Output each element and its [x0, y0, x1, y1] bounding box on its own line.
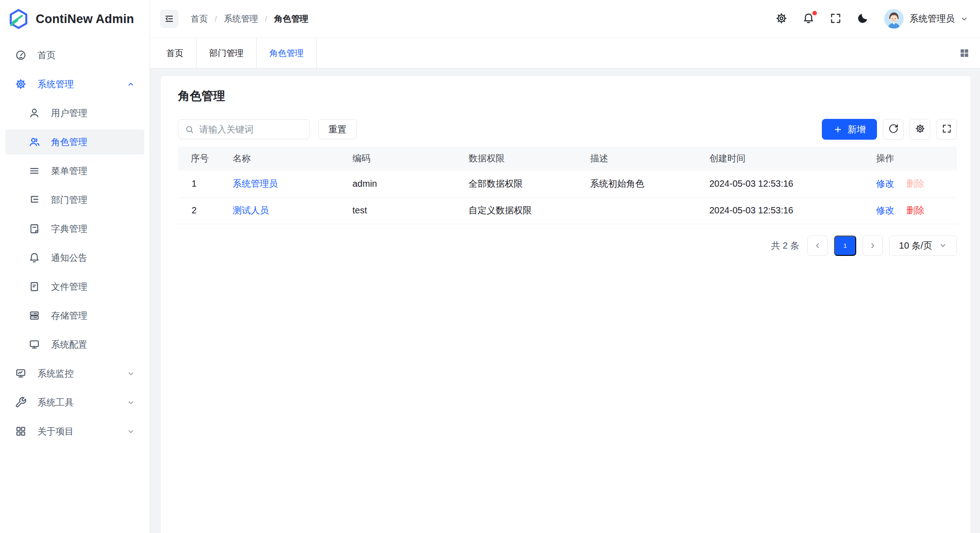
sidebar-item-label: 部门管理 [51, 194, 87, 206]
sidebar-item-menu-management[interactable]: 菜单管理 [5, 158, 144, 184]
sidebar-item-role-management[interactable]: 角色管理 [5, 129, 144, 155]
reset-button[interactable]: 重置 [318, 119, 357, 139]
top-header: 首页/系统管理/角色管理 [150, 0, 980, 38]
edit-link[interactable]: 修改 [876, 205, 894, 215]
sidebar-item-label: 字典管理 [51, 223, 87, 235]
storage-icon [28, 310, 40, 321]
tab-grid-button[interactable] [959, 47, 970, 59]
sidebar-item-label: 关于项目 [38, 425, 74, 438]
cell-role-code: admin [345, 170, 461, 197]
chevron-down-icon [939, 241, 947, 250]
sidebar-collapse-button[interactable] [160, 9, 178, 28]
chevron-down-icon [960, 15, 968, 23]
toolbar-icon-buttons [883, 119, 957, 140]
cell-description: 系统初始角色 [583, 170, 702, 197]
fullscreen-icon [830, 12, 842, 26]
user-menu[interactable]: 系统管理员 [884, 9, 968, 29]
sidebar-item-user-management[interactable]: 用户管理 [5, 100, 144, 126]
page-size-value: 10 条/页 [899, 240, 932, 252]
sidebar-item-label: 系统管理 [38, 78, 74, 90]
cell-created-at: 2024-05-03 12:53:16 [702, 197, 869, 224]
sidebar-item-system-monitor[interactable]: 系统监控 [5, 361, 144, 386]
notifications-button[interactable] [802, 12, 815, 26]
app-root: ContiNew Admin 首页 系统管理 用户管理 角色管理 菜单管理 部门… [0, 0, 980, 533]
file-icon [28, 281, 40, 292]
sidebar-item-dict-management[interactable]: 字典管理 [5, 216, 144, 241]
table-body: 1系统管理员admin全部数据权限系统初始角色2024-05-03 12:53:… [178, 170, 957, 224]
column-header: 数据权限 [461, 146, 583, 170]
breadcrumb-separator: / [265, 14, 267, 24]
user-group-icon [28, 136, 40, 148]
fullscreen-button[interactable] [830, 12, 842, 26]
app-logo-icon [8, 8, 29, 30]
chevron-down [127, 369, 135, 378]
settings-button[interactable] [775, 12, 788, 26]
role-table: 序号名称编码数据权限描述创建时间操作 1系统管理员admin全部数据权限系统初始… [178, 146, 957, 224]
column-header: 编码 [345, 146, 461, 170]
pagination-total: 共 2 条 [771, 240, 799, 252]
sidebar-item-label: 首页 [38, 49, 56, 61]
gear-icon [915, 123, 925, 135]
add-button[interactable]: 新增 [822, 119, 877, 140]
cell-role-code: test [345, 197, 461, 224]
grid-filled-icon [959, 47, 970, 59]
sidebar-item-label: 系统配置 [51, 339, 87, 351]
sidebar-menu: 首页 系统管理 用户管理 角色管理 菜单管理 部门管理 字典管理 通知公告 文件… [0, 38, 150, 444]
sidebar-item-dept-management[interactable]: 部门管理 [5, 187, 144, 212]
sidebar-item-file-management[interactable]: 文件管理 [5, 274, 144, 299]
tabs: 首页部门管理角色管理 [154, 38, 317, 68]
sidebar-item-about-project[interactable]: 关于项目 [5, 419, 144, 444]
monitor-chart-icon [15, 368, 27, 379]
table-fullscreen-button[interactable] [936, 119, 957, 140]
edit-link[interactable]: 修改 [876, 179, 894, 189]
refresh-button[interactable] [883, 119, 904, 140]
tab-home[interactable]: 首页 [154, 38, 197, 68]
cell-row-index: 1 [178, 170, 225, 197]
search-box[interactable] [178, 119, 310, 139]
tab-dept-management[interactable]: 部门管理 [197, 38, 257, 68]
pagination-prev-button[interactable] [807, 236, 828, 256]
logo-row: ContiNew Admin [0, 0, 150, 38]
page-size-select[interactable]: 10 条/页 [889, 236, 957, 256]
toolbar: 重置 新增 [178, 119, 957, 140]
sidebar-item-label: 用户管理 [51, 107, 87, 119]
chevron-left-icon [813, 241, 822, 250]
role-management-card: 角色管理 重置 新增 [161, 76, 971, 533]
sidebar-item-label: 系统监控 [38, 368, 74, 380]
sidebar-item-system-tools[interactable]: 系统工具 [5, 390, 144, 415]
sidebar-item-system-management[interactable]: 系统管理 [5, 71, 144, 97]
role-name-link[interactable]: 测试人员 [233, 205, 269, 215]
search-input[interactable] [199, 124, 303, 135]
cell-role-name-link: 测试人员 [225, 197, 345, 224]
breadcrumb: 首页/系统管理/角色管理 [191, 13, 309, 25]
sidebar-item-notice[interactable]: 通知公告 [5, 245, 144, 270]
pagination-next-button[interactable] [863, 236, 883, 256]
sidebar-item-label: 通知公告 [51, 252, 87, 264]
sidebar-item-storage-management[interactable]: 存储管理 [5, 303, 144, 328]
cell-row-index: 2 [178, 197, 225, 224]
column-header: 描述 [583, 146, 702, 170]
sidebar: ContiNew Admin 首页 系统管理 用户管理 角色管理 菜单管理 部门… [0, 0, 150, 533]
breadcrumb-item-1[interactable]: 首页 [191, 13, 208, 25]
chevron-down [127, 427, 135, 436]
sidebar-item-label: 角色管理 [51, 136, 87, 148]
breadcrumb-item-2[interactable]: 系统管理 [224, 13, 258, 25]
tab-actions [959, 38, 980, 68]
delete-link[interactable]: 删除 [906, 205, 924, 215]
pagination-page-1[interactable]: 1 [834, 236, 856, 256]
content-area: 角色管理 重置 新增 [150, 69, 980, 533]
column-header: 操作 [869, 146, 957, 170]
cell-description [583, 197, 702, 224]
delete-link-disabled: 删除 [906, 179, 924, 189]
chevron-up [127, 80, 135, 89]
pagination: 共 2 条 1 10 条/页 [178, 236, 957, 256]
dark-mode-button[interactable] [857, 12, 869, 26]
column-settings-button[interactable] [910, 119, 930, 140]
role-name-link[interactable]: 系统管理员 [233, 179, 278, 189]
gear-icon [775, 12, 788, 26]
add-button-label: 新增 [848, 123, 866, 136]
column-header: 序号 [178, 146, 225, 170]
sidebar-item-home[interactable]: 首页 [5, 42, 144, 68]
sidebar-item-system-config[interactable]: 系统配置 [5, 332, 144, 357]
tab-role-management[interactable]: 角色管理 [257, 38, 317, 68]
